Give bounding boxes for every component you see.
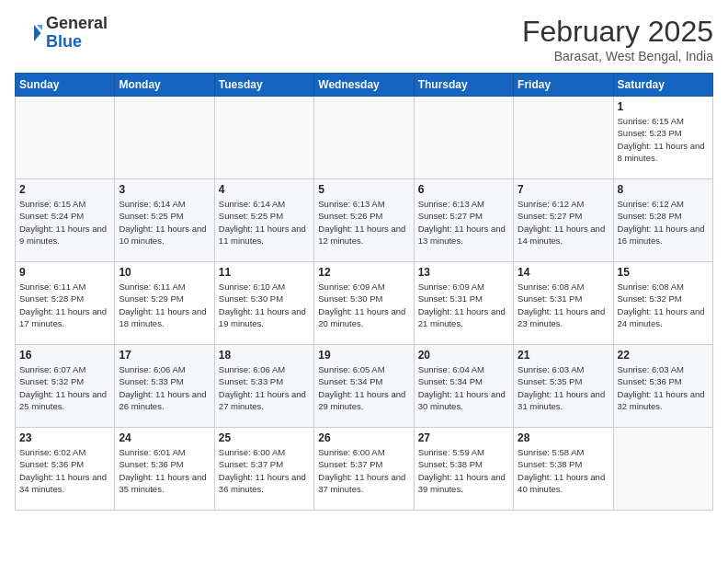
weekday-header-row: SundayMondayTuesdayWednesdayThursdayFrid… bbox=[16, 74, 713, 97]
calendar-cell: 14Sunrise: 6:08 AM Sunset: 5:31 PM Dayli… bbox=[514, 262, 613, 345]
week-row-4: 23Sunrise: 6:02 AM Sunset: 5:36 PM Dayli… bbox=[16, 428, 713, 511]
day-number: 25 bbox=[219, 431, 310, 444]
day-number: 22 bbox=[618, 349, 709, 362]
month-title: February 2025 bbox=[522, 15, 713, 49]
logo: General Blue bbox=[15, 15, 108, 52]
calendar-cell: 25Sunrise: 6:00 AM Sunset: 5:37 PM Dayli… bbox=[214, 428, 313, 511]
calendar-cell: 2Sunrise: 6:15 AM Sunset: 5:24 PM Daylig… bbox=[16, 179, 115, 262]
day-number: 27 bbox=[418, 431, 509, 444]
day-info: Sunrise: 6:15 AM Sunset: 5:23 PM Dayligh… bbox=[618, 115, 709, 164]
calendar-cell: 17Sunrise: 6:06 AM Sunset: 5:33 PM Dayli… bbox=[115, 345, 214, 428]
week-row-2: 9Sunrise: 6:11 AM Sunset: 5:28 PM Daylig… bbox=[16, 262, 713, 345]
calendar-cell: 10Sunrise: 6:11 AM Sunset: 5:29 PM Dayli… bbox=[115, 262, 214, 345]
calendar-cell: 19Sunrise: 6:05 AM Sunset: 5:34 PM Dayli… bbox=[314, 345, 414, 428]
weekday-header-wednesday: Wednesday bbox=[314, 74, 414, 97]
calendar-cell: 9Sunrise: 6:11 AM Sunset: 5:28 PM Daylig… bbox=[16, 262, 115, 345]
day-number: 26 bbox=[318, 431, 409, 444]
weekday-header-monday: Monday bbox=[115, 74, 214, 97]
day-number: 20 bbox=[418, 349, 509, 362]
day-number: 9 bbox=[19, 266, 110, 279]
week-row-1: 2Sunrise: 6:15 AM Sunset: 5:24 PM Daylig… bbox=[16, 179, 713, 262]
calendar-cell: 12Sunrise: 6:09 AM Sunset: 5:30 PM Dayli… bbox=[314, 262, 414, 345]
day-number: 13 bbox=[418, 266, 509, 279]
calendar-cell: 8Sunrise: 6:12 AM Sunset: 5:28 PM Daylig… bbox=[613, 179, 712, 262]
day-info: Sunrise: 6:13 AM Sunset: 5:26 PM Dayligh… bbox=[318, 198, 409, 247]
day-info: Sunrise: 6:00 AM Sunset: 5:37 PM Dayligh… bbox=[318, 446, 409, 495]
day-info: Sunrise: 6:12 AM Sunset: 5:27 PM Dayligh… bbox=[518, 198, 609, 247]
day-info: Sunrise: 6:12 AM Sunset: 5:28 PM Dayligh… bbox=[618, 198, 709, 247]
day-info: Sunrise: 5:59 AM Sunset: 5:38 PM Dayligh… bbox=[418, 446, 509, 495]
day-info: Sunrise: 6:11 AM Sunset: 5:29 PM Dayligh… bbox=[119, 281, 210, 329]
calendar-cell: 5Sunrise: 6:13 AM Sunset: 5:26 PM Daylig… bbox=[314, 179, 414, 262]
day-number: 28 bbox=[518, 431, 609, 444]
day-number: 2 bbox=[19, 183, 110, 196]
calendar-cell: 26Sunrise: 6:00 AM Sunset: 5:37 PM Dayli… bbox=[314, 428, 414, 511]
calendar-cell: 21Sunrise: 6:03 AM Sunset: 5:35 PM Dayli… bbox=[514, 345, 613, 428]
day-number: 23 bbox=[19, 431, 110, 444]
title-block: February 2025 Barasat, West Bengal, Indi… bbox=[522, 15, 713, 63]
calendar-cell bbox=[314, 97, 414, 179]
day-info: Sunrise: 6:13 AM Sunset: 5:27 PM Dayligh… bbox=[418, 198, 509, 247]
weekday-header-tuesday: Tuesday bbox=[214, 74, 313, 97]
day-info: Sunrise: 6:06 AM Sunset: 5:33 PM Dayligh… bbox=[119, 363, 210, 412]
day-number: 4 bbox=[219, 183, 310, 196]
day-info: Sunrise: 5:58 AM Sunset: 5:38 PM Dayligh… bbox=[518, 446, 609, 495]
day-number: 10 bbox=[119, 266, 210, 279]
day-number: 7 bbox=[518, 183, 609, 196]
logo-icon bbox=[15, 19, 42, 47]
calendar-cell: 16Sunrise: 6:07 AM Sunset: 5:32 PM Dayli… bbox=[16, 345, 115, 428]
day-number: 11 bbox=[219, 266, 310, 279]
day-info: Sunrise: 6:14 AM Sunset: 5:25 PM Dayligh… bbox=[119, 198, 210, 247]
logo-blue: Blue bbox=[46, 33, 108, 52]
calendar-cell: 24Sunrise: 6:01 AM Sunset: 5:36 PM Dayli… bbox=[115, 428, 214, 511]
calendar-cell: 15Sunrise: 6:08 AM Sunset: 5:32 PM Dayli… bbox=[613, 262, 712, 345]
calendar-cell: 13Sunrise: 6:09 AM Sunset: 5:31 PM Dayli… bbox=[414, 262, 513, 345]
calendar-cell bbox=[214, 97, 313, 179]
day-info: Sunrise: 6:06 AM Sunset: 5:33 PM Dayligh… bbox=[219, 363, 310, 412]
day-info: Sunrise: 6:01 AM Sunset: 5:36 PM Dayligh… bbox=[119, 446, 210, 495]
day-number: 17 bbox=[119, 349, 210, 362]
calendar-cell: 28Sunrise: 5:58 AM Sunset: 5:38 PM Dayli… bbox=[514, 428, 613, 511]
calendar-cell bbox=[414, 97, 513, 179]
day-number: 8 bbox=[618, 183, 709, 196]
day-number: 21 bbox=[518, 349, 609, 362]
location-text: Barasat, West Bengal, India bbox=[522, 49, 713, 63]
day-info: Sunrise: 6:03 AM Sunset: 5:36 PM Dayligh… bbox=[618, 363, 709, 412]
day-number: 19 bbox=[318, 349, 409, 362]
day-info: Sunrise: 6:04 AM Sunset: 5:34 PM Dayligh… bbox=[418, 363, 509, 412]
calendar-cell: 23Sunrise: 6:02 AM Sunset: 5:36 PM Dayli… bbox=[16, 428, 115, 511]
weekday-header-saturday: Saturday bbox=[613, 74, 712, 97]
day-info: Sunrise: 6:09 AM Sunset: 5:31 PM Dayligh… bbox=[418, 281, 509, 329]
day-number: 1 bbox=[618, 100, 709, 113]
day-number: 14 bbox=[518, 266, 609, 279]
calendar-cell: 3Sunrise: 6:14 AM Sunset: 5:25 PM Daylig… bbox=[115, 179, 214, 262]
calendar-cell: 4Sunrise: 6:14 AM Sunset: 5:25 PM Daylig… bbox=[214, 179, 313, 262]
day-info: Sunrise: 6:11 AM Sunset: 5:28 PM Dayligh… bbox=[19, 281, 110, 329]
day-info: Sunrise: 6:14 AM Sunset: 5:25 PM Dayligh… bbox=[219, 198, 310, 247]
day-info: Sunrise: 6:02 AM Sunset: 5:36 PM Dayligh… bbox=[19, 446, 110, 495]
calendar-cell: 27Sunrise: 5:59 AM Sunset: 5:38 PM Dayli… bbox=[414, 428, 513, 511]
calendar-cell bbox=[514, 97, 613, 179]
day-number: 24 bbox=[119, 431, 210, 444]
calendar-cell: 11Sunrise: 6:10 AM Sunset: 5:30 PM Dayli… bbox=[214, 262, 313, 345]
calendar-cell: 22Sunrise: 6:03 AM Sunset: 5:36 PM Dayli… bbox=[613, 345, 712, 428]
week-row-3: 16Sunrise: 6:07 AM Sunset: 5:32 PM Dayli… bbox=[16, 345, 713, 428]
day-number: 3 bbox=[119, 183, 210, 196]
weekday-header-sunday: Sunday bbox=[16, 74, 115, 97]
calendar-cell bbox=[16, 97, 115, 179]
calendar-cell bbox=[613, 428, 712, 511]
day-info: Sunrise: 6:10 AM Sunset: 5:30 PM Dayligh… bbox=[219, 281, 310, 329]
day-number: 15 bbox=[618, 266, 709, 279]
day-info: Sunrise: 6:03 AM Sunset: 5:35 PM Dayligh… bbox=[518, 363, 609, 412]
calendar-cell: 20Sunrise: 6:04 AM Sunset: 5:34 PM Dayli… bbox=[414, 345, 513, 428]
day-info: Sunrise: 6:00 AM Sunset: 5:37 PM Dayligh… bbox=[219, 446, 310, 495]
day-number: 12 bbox=[318, 266, 409, 279]
day-info: Sunrise: 6:08 AM Sunset: 5:32 PM Dayligh… bbox=[618, 281, 709, 329]
weekday-header-thursday: Thursday bbox=[414, 74, 513, 97]
day-info: Sunrise: 6:15 AM Sunset: 5:24 PM Dayligh… bbox=[19, 198, 110, 247]
day-info: Sunrise: 6:07 AM Sunset: 5:32 PM Dayligh… bbox=[19, 363, 110, 412]
calendar-cell: 18Sunrise: 6:06 AM Sunset: 5:33 PM Dayli… bbox=[214, 345, 313, 428]
day-info: Sunrise: 6:05 AM Sunset: 5:34 PM Dayligh… bbox=[318, 363, 409, 412]
logo-general: General bbox=[46, 15, 108, 33]
calendar-cell: 7Sunrise: 6:12 AM Sunset: 5:27 PM Daylig… bbox=[514, 179, 613, 262]
